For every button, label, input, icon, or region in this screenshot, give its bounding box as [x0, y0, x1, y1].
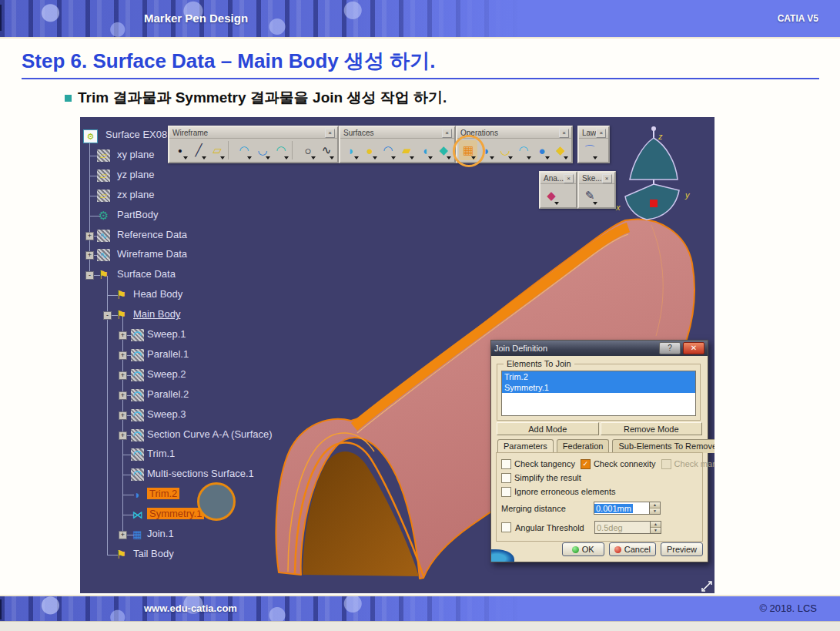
dropdown-arrow-icon[interactable]: [545, 156, 550, 159]
tree-expander[interactable]: +: [119, 411, 127, 420]
fill-icon[interactable]: ◆: [434, 140, 453, 160]
tree-item-trim-1[interactable]: Trim.1: [147, 448, 175, 459]
fillet-icon[interactable]: ◆: [551, 140, 570, 160]
tree-item-head-body[interactable]: Head Body: [133, 288, 182, 300]
tree-expander[interactable]: -: [103, 311, 112, 320]
tree-expander[interactable]: +: [119, 431, 127, 440]
dropdown-arrow-icon[interactable]: [527, 156, 531, 159]
dropdown-arrow-icon[interactable]: [593, 156, 597, 159]
toolbar-title[interactable]: Ske...×: [579, 173, 614, 183]
toolbar-close-icon[interactable]: ×: [325, 129, 335, 138]
checkbox-box-simplify-the-result[interactable]: [501, 473, 511, 483]
tree-item-main-body[interactable]: Main Body: [133, 308, 180, 320]
checkbox-box-check-tangency[interactable]: [501, 459, 511, 469]
dialog-close-button[interactable]: ✕: [683, 342, 704, 354]
dropdown-arrow-icon[interactable]: [284, 156, 289, 159]
toolbar-close-icon[interactable]: ×: [564, 174, 574, 183]
dropdown-arrow-icon[interactable]: [428, 156, 433, 159]
compass[interactable]: z y x: [610, 121, 698, 229]
toolbar-close-icon[interactable]: ×: [442, 129, 452, 138]
catia-viewport[interactable]: z y x ⚙Surface EX08▱xy plane▱yz plane▱zx…: [80, 117, 715, 593]
tree-item-symmetry-1[interactable]: Symmetry.1: [147, 508, 204, 519]
tree-item-parallel-1[interactable]: Parallel.1: [147, 348, 189, 360]
tree-item-xy-plane[interactable]: xy plane: [117, 149, 154, 160]
toolbar-title[interactable]: Law×: [579, 127, 608, 138]
viewport-resize-handle[interactable]: [701, 581, 712, 592]
dropdown-arrow-icon[interactable]: [266, 156, 270, 159]
toolbar-title[interactable]: Wireframe×: [169, 127, 337, 138]
tree-expander[interactable]: -: [85, 271, 94, 280]
tree-expander[interactable]: +: [119, 331, 127, 340]
tree-expander[interactable]: +: [119, 371, 127, 380]
checkbox-simplify-the-result[interactable]: Simplify the result: [501, 473, 581, 483]
dropdown-arrow-icon[interactable]: [490, 156, 494, 159]
dropdown-arrow-icon[interactable]: [354, 156, 359, 159]
dropdown-arrow-icon[interactable]: [593, 202, 597, 205]
toolbar-title[interactable]: Ana...×: [540, 173, 576, 183]
dialog-preview-button[interactable]: Preview: [661, 542, 703, 556]
dropdown-arrow-icon[interactable]: [447, 156, 451, 159]
dialog-ok-button[interactable]: OK: [562, 542, 604, 556]
dropdown-arrow-icon[interactable]: [564, 156, 568, 159]
angular-threshold-checkbox[interactable]: [501, 522, 511, 532]
tree-item-section-curve-a-a-surface[interactable]: Section Curve A-A (Surface): [147, 428, 273, 440]
toolbar-close-icon[interactable]: ×: [602, 174, 612, 183]
sweep-icon[interactable]: ◖: [416, 140, 434, 160]
tree-item-sweep-1[interactable]: Sweep.1: [147, 328, 186, 340]
tree-expander[interactable]: +: [119, 391, 127, 400]
dropdown-arrow-icon[interactable]: [311, 156, 316, 159]
checkbox-box-check-manifold[interactable]: [661, 459, 671, 469]
add-mode-button[interactable]: Add Mode: [497, 422, 599, 435]
dialog-cancel-button[interactable]: Cancel: [609, 542, 656, 556]
tree-item-surface-data[interactable]: Surface Data: [117, 268, 176, 280]
projection-icon[interactable]: ◠: [235, 140, 253, 160]
dropdown-arrow-icon[interactable]: [471, 156, 476, 159]
checkbox-check-tangency[interactable]: Check tangency: [501, 459, 575, 469]
tree-item-join-1[interactable]: Join.1: [147, 528, 174, 539]
tree-item-wireframe-data[interactable]: Wireframe Data: [117, 248, 187, 260]
tab-federation[interactable]: Federation: [557, 439, 610, 453]
trim-icon[interactable]: ◡: [496, 140, 514, 160]
elements-to-join-list[interactable]: Trim.2Symmetry.1: [501, 371, 696, 416]
dropdown-arrow-icon[interactable]: [247, 156, 252, 159]
tree-item-zx-plane[interactable]: zx plane: [117, 189, 154, 200]
law-icon[interactable]: ⌒: [581, 140, 599, 160]
dropdown-arrow-icon[interactable]: [202, 156, 206, 159]
merging-distance-input[interactable]: 0.001mm ▲▼: [594, 502, 661, 515]
extrude-icon[interactable]: ◗: [342, 140, 360, 160]
toolbar-title[interactable]: Surfaces×: [340, 127, 454, 138]
dropdown-arrow-icon[interactable]: [391, 156, 396, 159]
boundary-icon[interactable]: ◠: [514, 140, 533, 160]
dropdown-arrow-icon[interactable]: [410, 156, 414, 159]
sketcher-icon[interactable]: ✎: [581, 186, 599, 206]
dropdown-arrow-icon[interactable]: [183, 156, 188, 159]
toolbar-close-icon[interactable]: ×: [596, 129, 606, 138]
tree-item-parallel-2[interactable]: Parallel.2: [147, 388, 189, 400]
line-icon[interactable]: ╱: [189, 140, 208, 160]
dropdown-arrow-icon[interactable]: [330, 156, 334, 159]
extract-icon[interactable]: ●: [533, 140, 551, 160]
tree-item-trim-2[interactable]: Trim.2: [147, 488, 179, 499]
checkbox-check-connexity[interactable]: ✓Check connexity: [581, 459, 656, 469]
offset-icon[interactable]: ▰: [397, 140, 416, 160]
checkbox-box-check-connexity[interactable]: ✓: [581, 459, 591, 469]
circle-icon[interactable]: ○: [299, 140, 317, 160]
footer-site-link[interactable]: www.edu-catia.com: [144, 602, 237, 614]
tab-parameters[interactable]: Parameters: [497, 439, 554, 453]
tree-item-sweep-2[interactable]: Sweep.2: [147, 368, 186, 380]
revolve-icon[interactable]: ●: [360, 140, 379, 160]
tree-expander[interactable]: +: [85, 232, 94, 240]
join-icon[interactable]: ▦: [459, 140, 477, 160]
join-list-item-trim-2[interactable]: Trim.2: [502, 371, 695, 382]
tree-item-partbody[interactable]: PartBody: [117, 209, 158, 220]
dialog-titlebar[interactable]: Join Definition ? ✕: [491, 341, 708, 356]
tree-item-multi-sections-surface-1[interactable]: Multi-sections Surface.1: [147, 468, 254, 479]
tree-item-yz-plane[interactable]: yz plane: [117, 169, 154, 180]
tree-item-surface-ex08[interactable]: Surface EX08: [105, 129, 167, 140]
tree-expander[interactable]: +: [119, 531, 127, 539]
reflect-line-icon[interactable]: ◠: [272, 140, 290, 160]
point-icon[interactable]: •: [171, 140, 189, 160]
remove-mode-button[interactable]: Remove Mode: [601, 422, 703, 435]
merging-distance-spinner[interactable]: ▲▼: [649, 502, 660, 514]
tab-sub-elements-to-remove[interactable]: Sub-Elements To Remove: [612, 439, 715, 453]
